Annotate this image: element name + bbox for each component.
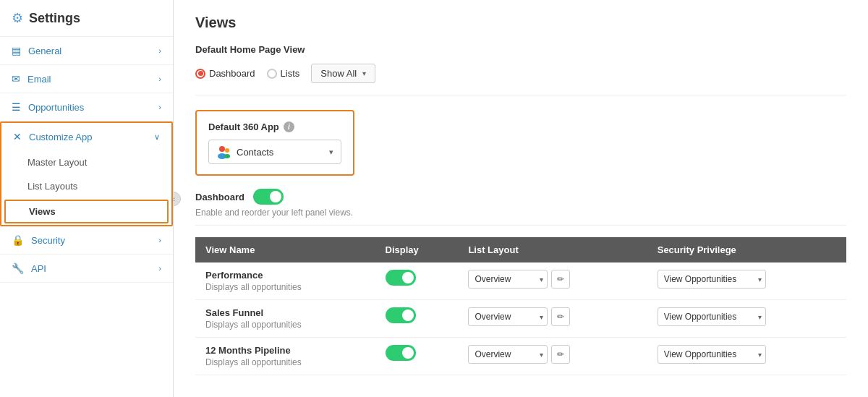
- sidebar-item-general[interactable]: ▤ General ›: [0, 37, 173, 65]
- email-icon: ✉: [12, 73, 20, 85]
- sidebar-item-api[interactable]: 🔧 API ›: [0, 255, 173, 283]
- contacts-dropdown[interactable]: Contacts ▾: [208, 140, 341, 164]
- default-home-page-title: Default Home Page View: [195, 44, 846, 55]
- svg-point-2: [225, 148, 229, 153]
- security-select-wrapper: View Opportunities: [658, 307, 766, 326]
- security-privilege-select-2[interactable]: View Opportunities: [658, 345, 766, 364]
- security-icon: 🔒: [12, 234, 24, 246]
- radio-group: Dashboard Lists: [195, 68, 299, 79]
- sidebar-item-label: Email: [27, 74, 158, 85]
- opportunities-icon: ☰: [12, 101, 21, 113]
- display-toggle-1[interactable]: [386, 307, 416, 323]
- settings-icon: ⚙: [12, 10, 23, 26]
- list-layout-select-group: Overview ✏: [468, 270, 637, 289]
- contacts-icon: [216, 145, 231, 159]
- page-title: Views: [195, 14, 846, 31]
- dashboard-description: Enable and reorder your left panel views…: [195, 208, 846, 218]
- cell-display: [375, 338, 459, 375]
- col-view-name: View Name: [195, 237, 375, 262]
- display-toggle-2[interactable]: [386, 345, 416, 361]
- table-header: View Name Display List Layout Security P…: [195, 237, 846, 262]
- dashboard-toggle-row: Dashboard: [195, 189, 846, 205]
- security-select-wrapper: View Opportunities: [658, 345, 766, 364]
- chevron-right-icon: ›: [158, 74, 161, 83]
- chevron-right-icon: ›: [158, 46, 161, 55]
- sidebar-item-label: API: [31, 263, 158, 274]
- customize-app-icon: ✕: [13, 131, 22, 142]
- info-icon: i: [284, 121, 294, 132]
- list-layout-edit-button-2[interactable]: ✏: [551, 345, 570, 364]
- svg-point-0: [219, 146, 225, 152]
- radio-dashboard[interactable]: Dashboard: [195, 68, 255, 79]
- sub-items-list: Master Layout List Layouts Views: [1, 150, 171, 225]
- table-row: 12 Months Pipeline Displays all opportun…: [195, 338, 846, 375]
- list-layout-dropdown-wrapper: Overview: [468, 345, 548, 364]
- sidebar-item-list-layouts[interactable]: List Layouts: [1, 174, 171, 198]
- sidebar-title: Settings: [29, 11, 80, 26]
- cell-view-name: Sales Funnel Displays all opportunities: [195, 300, 375, 338]
- default-360-app-title: Default 360 App i: [208, 121, 341, 132]
- cell-security-privilege: View Opportunities: [647, 338, 846, 375]
- chevron-down-icon: ∨: [154, 132, 160, 142]
- sidebar-item-label: General: [28, 46, 158, 56]
- radio-dot-dashboard: [195, 69, 205, 79]
- list-layout-select-2[interactable]: Overview: [468, 345, 548, 364]
- dashboard-toggle[interactable]: [253, 189, 284, 205]
- col-security-privilege: Security Privilege: [647, 237, 846, 262]
- table-row: Performance Displays all opportunities O…: [195, 262, 846, 300]
- cell-view-name: Performance Displays all opportunities: [195, 262, 375, 300]
- cell-list-layout: Overview ✏: [458, 262, 647, 300]
- sidebar-collapse-button[interactable]: ‹: [174, 192, 181, 206]
- security-privilege-select-1[interactable]: View Opportunities: [658, 307, 766, 326]
- sidebar-item-label: Opportunities: [28, 102, 158, 113]
- chevron-right-icon: ›: [158, 103, 161, 111]
- chevron-right-icon: ›: [158, 236, 161, 244]
- list-layout-dropdown-wrapper: Overview: [468, 307, 548, 326]
- col-display: Display: [375, 237, 459, 262]
- sidebar-item-label: Security: [31, 235, 158, 246]
- dashboard-section: Dashboard Enable and reorder your left p…: [195, 189, 846, 226]
- sidebar-item-views[interactable]: Views: [4, 200, 169, 223]
- sidebar-item-master-layout[interactable]: Master Layout: [1, 150, 171, 174]
- general-icon: ▤: [12, 45, 21, 56]
- cell-list-layout: Overview ✏: [458, 300, 647, 338]
- security-privilege-select-0[interactable]: View Opportunities: [658, 270, 766, 289]
- sidebar-item-label: Customize App: [29, 132, 154, 142]
- main-content: ‹ Views Default Home Page View Dashboard…: [174, 0, 868, 397]
- cell-display: [375, 300, 459, 338]
- list-layout-select-1[interactable]: Overview: [468, 307, 548, 326]
- cell-view-name: 12 Months Pipeline Displays all opportun…: [195, 338, 375, 375]
- security-select-wrapper: View Opportunities: [658, 270, 766, 289]
- table-row: Sales Funnel Displays all opportunities …: [195, 300, 846, 338]
- sidebar-header: ⚙ Settings: [0, 0, 173, 37]
- radio-lists[interactable]: Lists: [267, 68, 300, 79]
- contacts-dropdown-arrow-icon: ▾: [329, 148, 333, 157]
- sidebar-item-customize-app[interactable]: ✕ Customize App ∨ Master Layout List Lay…: [0, 121, 173, 226]
- list-layout-dropdown-wrapper: Overview: [468, 270, 548, 289]
- cell-security-privilege: View Opportunities: [647, 300, 846, 338]
- cell-security-privilege: View Opportunities: [647, 262, 846, 300]
- radio-dot-lists: [267, 69, 277, 79]
- sidebar: ⚙ Settings ▤ General › ✉ Email › ☰ Oppor…: [0, 0, 174, 397]
- list-layout-select-0[interactable]: Overview: [468, 270, 548, 289]
- default-home-page-view-section: Default Home Page View Dashboard Lists S…: [195, 44, 846, 95]
- sidebar-item-security[interactable]: 🔒 Security ›: [0, 226, 173, 255]
- list-layout-edit-button-0[interactable]: ✏: [551, 270, 570, 289]
- show-all-button[interactable]: Show All ▾: [311, 64, 375, 83]
- col-list-layout: List Layout: [458, 237, 647, 262]
- table-body: Performance Displays all opportunities O…: [195, 262, 846, 375]
- customize-app-header[interactable]: ✕ Customize App ∨: [1, 123, 171, 150]
- list-layout-edit-button-1[interactable]: ✏: [551, 307, 570, 326]
- list-layout-select-group: Overview ✏: [468, 345, 637, 364]
- svg-point-3: [224, 154, 230, 158]
- show-all-chevron-icon: ▾: [362, 69, 366, 77]
- default-360-app-box: Default 360 App i Contacts ▾: [195, 110, 354, 176]
- api-icon: 🔧: [12, 262, 24, 274]
- sidebar-item-opportunities[interactable]: ☰ Opportunities ›: [0, 93, 173, 121]
- display-toggle-0[interactable]: [386, 270, 416, 286]
- chevron-right-icon: ›: [158, 264, 161, 273]
- sidebar-item-email[interactable]: ✉ Email ›: [0, 65, 173, 93]
- cell-list-layout: Overview ✏: [458, 338, 647, 375]
- views-table: View Name Display List Layout Security P…: [195, 237, 846, 375]
- dashboard-label: Dashboard: [195, 192, 244, 202]
